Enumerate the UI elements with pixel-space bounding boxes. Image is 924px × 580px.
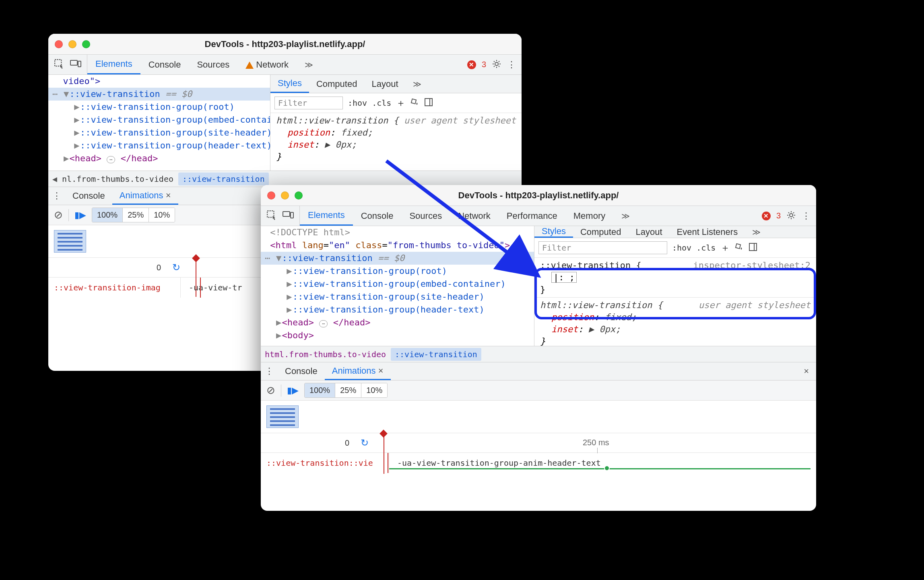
window-minimize[interactable] [281, 191, 289, 200]
window-close[interactable] [55, 40, 63, 48]
subtab-layout[interactable]: Layout [364, 75, 405, 93]
subtab-event-listeners[interactable]: Event Listeners [670, 226, 745, 238]
tree-line-selected[interactable]: ⋯ ▼::view-transition == $0 [261, 252, 534, 265]
dom-breadcrumb: ◀ nl.from-thumbs.to-video ::view-transit… [48, 171, 522, 187]
clear-icon[interactable]: ⊘ [266, 384, 275, 397]
subtab-overflow[interactable]: ≫ [406, 75, 429, 93]
speed-100[interactable]: 100% [92, 208, 123, 222]
settings-gear-icon[interactable] [492, 59, 501, 70]
tree-line-selected[interactable]: ⋯ ▼::view-transition == $0 [48, 88, 270, 101]
settings-gear-icon[interactable] [786, 210, 796, 222]
replay-icon[interactable]: ↻ [361, 437, 369, 448]
track-anim-name: -ua-view-tr [189, 283, 242, 292]
new-rule-icon[interactable]: ＋ [396, 97, 406, 109]
error-badge-icon[interactable]: ✕ [762, 212, 771, 220]
device-toolbar-icon[interactable] [283, 211, 294, 221]
speed-100[interactable]: 100% [305, 383, 335, 397]
drawer-close[interactable]: × [796, 362, 816, 380]
subtab-overflow[interactable]: ≫ [745, 226, 768, 238]
tab-overflow[interactable]: ≫ [297, 55, 321, 74]
speed-25[interactable]: 25% [123, 208, 149, 222]
speed-10[interactable]: 10% [361, 383, 387, 397]
inspect-element-icon[interactable] [266, 210, 277, 222]
more-menu-icon[interactable]: ⋮ [802, 211, 811, 221]
breadcrumb-item[interactable]: html.from-thumbs.to-video [265, 350, 386, 359]
device-toolbar-icon[interactable] [70, 60, 81, 70]
speed-10[interactable]: 10% [149, 208, 175, 222]
subtab-computed[interactable]: Computed [309, 75, 365, 93]
computed-sidebar-icon[interactable] [749, 243, 757, 253]
styles-filter-input[interactable]: Filter [538, 241, 667, 254]
tab-console[interactable]: Console [140, 55, 189, 74]
animation-track[interactable]: ::view-transition::vie -ua-view-transiti… [261, 453, 816, 473]
tab-performance[interactable]: Performance [499, 206, 565, 226]
subtab-layout[interactable]: Layout [628, 226, 669, 238]
drawer-menu-icon[interactable]: ⋮ [48, 187, 65, 205]
tab-elements[interactable]: Elements [300, 206, 353, 226]
subtab-computed[interactable]: Computed [573, 226, 629, 238]
tree-line[interactable]: video"> [48, 75, 270, 88]
close-tab-icon[interactable]: × [378, 366, 384, 376]
tab-network[interactable]: Network [237, 55, 297, 74]
css-rule[interactable]: html::view-transition { user agent style… [270, 113, 522, 165]
tree-line[interactable]: ▶<head> ⋯ </head> [48, 152, 270, 165]
tab-sources[interactable]: Sources [401, 206, 450, 226]
drawer-tab-animations[interactable]: Animations × [325, 362, 391, 380]
inspect-element-icon[interactable] [54, 59, 64, 71]
window-close[interactable] [267, 191, 275, 200]
window-zoom[interactable] [295, 191, 303, 200]
tree-line[interactable]: ▶::view-transition-group(root) [261, 265, 534, 278]
styles-filter-input[interactable]: Filter [274, 97, 343, 109]
tree-line[interactable]: ▶::view-transition-group(header-text) [48, 139, 270, 152]
animation-group-thumb[interactable] [266, 405, 299, 428]
drawer-tab-console[interactable]: Console [65, 187, 112, 205]
tab-overflow[interactable]: ≫ [613, 206, 638, 226]
tab-elements[interactable]: Elements [87, 55, 140, 74]
tree-line[interactable]: <html lang="en" class="from-thumbs to-vi… [261, 239, 534, 252]
hov-toggle[interactable]: :hov [348, 98, 367, 108]
tree-line[interactable]: ▶::view-transition-group(embed-container… [48, 113, 270, 126]
close-tab-icon[interactable]: × [166, 190, 171, 201]
tree-line[interactable]: ▶::view-transition-group(embed-container… [261, 278, 534, 290]
error-badge-icon[interactable]: ✕ [467, 60, 476, 69]
tree-line[interactable]: ▶<head> ⋯ </head> [261, 316, 534, 329]
chevron-right-icon: ≫ [752, 227, 761, 237]
speed-25[interactable]: 25% [335, 383, 361, 397]
paint-bucket-icon[interactable] [735, 243, 744, 253]
breadcrumb-item[interactable]: nl.from-thumbs.to-video [62, 174, 173, 184]
paint-bucket-icon[interactable] [410, 98, 419, 108]
ellipsis-badge[interactable]: ⋯ [107, 156, 115, 163]
tree-line[interactable]: ▶::view-transition-group(root) [48, 101, 270, 113]
tab-memory[interactable]: Memory [565, 206, 613, 226]
subtab-styles[interactable]: Styles [534, 226, 573, 238]
tree-line[interactable]: ▶<body> [261, 329, 534, 342]
play-pause-icon[interactable]: ▮▶ [287, 385, 299, 396]
new-rule-icon[interactable]: ＋ [720, 241, 730, 254]
drawer-menu-icon[interactable]: ⋮ [261, 362, 278, 380]
more-menu-icon[interactable]: ⋮ [507, 60, 516, 70]
window-zoom[interactable] [82, 40, 90, 48]
clear-icon[interactable]: ⊘ [54, 209, 63, 221]
ellipsis-badge[interactable]: ⋯ [319, 320, 328, 327]
play-pause-icon[interactable]: ▮▶ [74, 210, 86, 220]
drawer-tab-animations[interactable]: Animations × [112, 187, 178, 205]
tree-line[interactable]: ▶::view-transition-group(header-text) [261, 303, 534, 316]
tree-line[interactable]: <!DOCTYPE html> [261, 226, 534, 239]
tab-sources[interactable]: Sources [189, 55, 237, 74]
hov-toggle[interactable]: :hov [672, 243, 691, 253]
breadcrumb-item-active[interactable]: ::view-transition [178, 173, 269, 185]
tab-console[interactable]: Console [353, 206, 402, 226]
cls-toggle[interactable]: .cls [372, 98, 391, 108]
tree-line[interactable]: ▶::view-transition-group(site-header) [48, 126, 270, 139]
tab-network[interactable]: Network [450, 206, 499, 226]
animation-group-thumb[interactable] [54, 230, 86, 253]
scroll-left-icon[interactable]: ◀ [52, 174, 57, 184]
replay-icon[interactable]: ↻ [172, 262, 180, 273]
window-minimize[interactable] [68, 40, 76, 48]
tree-line[interactable]: ▶::view-transition-group(site-header) [261, 290, 534, 303]
cls-toggle[interactable]: .cls [696, 243, 716, 253]
drawer-tab-console[interactable]: Console [278, 362, 325, 380]
breadcrumb-item-active[interactable]: ::view-transition [391, 348, 481, 361]
subtab-styles[interactable]: Styles [270, 75, 309, 93]
computed-sidebar-icon[interactable] [424, 98, 433, 108]
